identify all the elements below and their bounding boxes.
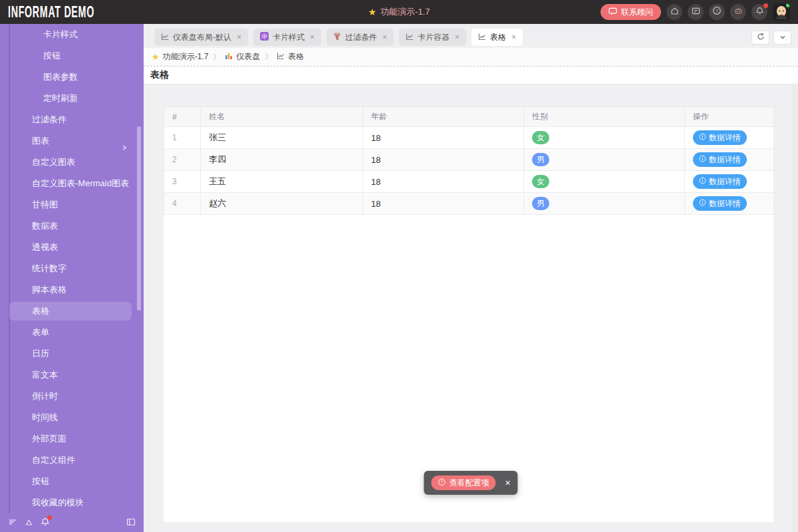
menu-list-icon[interactable] [8,517,17,527]
sidebar-bell-badge [47,515,52,520]
star-icon: ★ [152,52,160,62]
sidebar-item-filter[interactable]: 过滤条件 [0,109,144,130]
line-chart-icon [277,52,285,62]
notifications-button[interactable] [751,4,767,20]
table-row: 4 赵六 18 男 数据详情 [164,193,774,215]
message-icon [692,6,700,18]
app-logo: INFORMAT DEMO [8,3,94,21]
triangle-icon[interactable] [25,518,33,527]
top-header: INFORMAT DEMO ★ 功能演示-1.7 联系顾问 ? [0,0,798,24]
column-header-name: 姓名 [201,107,363,127]
column-header-action: 操作 [685,107,774,127]
contact-advisor-button[interactable]: 联系顾问 [600,4,661,20]
page-title: 表格 [144,66,798,84]
tab-dashboard-layout[interactable]: 仪表盘布局-默认 × [154,29,248,46]
info-icon [699,177,706,186]
sidebar-item-calendar[interactable]: 日历 [0,343,144,364]
svg-text:?: ? [716,8,718,14]
tab-close-icon[interactable]: × [237,33,241,42]
sidebar-item-timed-refresh[interactable]: 定时刷新 [0,88,144,109]
collapse-sidebar-icon[interactable] [126,517,136,527]
line-chart-icon [478,33,486,43]
data-detail-button[interactable]: 数据详情 [693,196,747,211]
sidebar-item-pivot-table[interactable]: 透视表 [0,237,144,258]
breadcrumb-separator: 》 [265,52,272,62]
sidebar-scrollbar-thumb[interactable] [137,126,141,311]
sidebar-item-mermaid-chart[interactable]: 自定义图表-Mermaid图表 [0,173,144,194]
info-icon [699,155,706,164]
breadcrumb-dashboard[interactable]: 仪表盘 [225,51,260,63]
data-table: # 姓名 年龄 性别 操作 1 张三 18 [164,106,774,215]
sidebar-item-countdown[interactable]: 倒计时 [0,386,144,407]
data-detail-button[interactable]: 数据详情 [693,174,747,189]
sidebar-item-form[interactable]: 表单 [0,322,144,343]
table-row: 2 李四 18 男 数据详情 [164,149,774,171]
tab-menu-button[interactable] [773,31,791,45]
feedback-button[interactable] [688,4,704,20]
sidebar-item-stat-number[interactable]: 统计数字 [0,258,144,279]
app-window: INFORMAT DEMO ★ 功能演示-1.7 联系顾问 ? [0,0,798,532]
tab-card-container[interactable]: 卡片容器 × [399,29,466,46]
tab-close-icon[interactable]: × [382,33,387,42]
breadcrumb-separator: 》 [213,52,220,62]
sidebar-item-chart-params[interactable]: 图表参数 [0,66,144,88]
config-toast: ? 查看配置项 × [424,471,517,495]
help-icon: ? [712,6,722,18]
gender-badge: 男 [532,153,549,166]
gear-icon [260,32,269,43]
sidebar: 卡片样式 按钮 图表参数 定时刷新 过滤条件 图表 自定义图表 自定义图表-Me… [0,24,144,532]
column-header-index: # [164,107,201,127]
tab-close-icon[interactable]: × [455,33,460,42]
table-row: 1 张三 18 女 数据详情 [164,127,774,149]
table-card: # 姓名 年龄 性别 操作 1 张三 18 [164,106,773,522]
sidebar-item-card-style[interactable]: 卡片样式 [0,24,144,45]
breadcrumb-app[interactable]: ★ 功能演示-1.7 [152,51,208,63]
tab-filter[interactable]: 过滤条件 × [327,29,394,46]
refresh-button[interactable] [751,31,769,45]
home-button[interactable] [666,4,682,20]
sidebar-item-script-table[interactable]: 脚本表格 [0,279,144,301]
sidebar-item-button[interactable]: 按钮 [0,45,144,66]
sidebar-item-external-page[interactable]: 外部页面 [0,428,144,450]
sidebar-item-table[interactable]: 表格 [0,301,144,322]
sidebar-item-timeline[interactable]: 时间线 [0,407,144,428]
chevron-down-icon [779,31,786,43]
sidebar-item-button-2[interactable]: 按钮 [0,471,144,492]
assistant-button[interactable] [730,4,746,20]
data-detail-button[interactable]: 数据详情 [693,130,747,145]
breadcrumb-table[interactable]: 表格 [277,51,304,63]
tab-card-style[interactable]: 卡片样式 × [253,29,321,46]
tab-close-icon[interactable]: × [511,33,516,42]
data-detail-button[interactable]: 数据详情 [693,152,747,167]
tab-table[interactable]: 表格 × [471,29,523,46]
table-row: 3 王五 18 女 数据详情 [164,171,774,193]
sidebar-item-rich-text[interactable]: 富文本 [0,364,144,386]
sidebar-item-custom-component[interactable]: 自定义组件 [0,450,144,471]
sidebar-item-gantt[interactable]: 甘特图 [0,194,144,215]
sidebar-item-data-table[interactable]: 数据表 [0,215,144,237]
column-header-gender: 性别 [524,107,685,127]
info-icon [699,133,706,142]
help-button[interactable]: ? [709,4,725,20]
tab-close-icon[interactable]: × [310,33,315,42]
gender-badge: 女 [532,131,549,144]
line-chart-icon [406,33,414,43]
funnel-icon [333,33,341,43]
tab-bar: 仪表盘布局-默认 × 卡片样式 × 过滤条件 × 卡片容器 × [144,24,798,48]
view-config-button[interactable]: ? 查看配置项 [431,475,495,490]
sidebar-item-favorites[interactable]: 我收藏的模块 [0,492,144,513]
refresh-icon [757,31,765,43]
svg-text:?: ? [441,479,444,484]
chat-icon [608,7,617,17]
column-header-age: 年龄 [363,107,524,127]
sidebar-item-custom-chart[interactable]: 自定义图表 [0,152,144,173]
bar-chart-icon [225,52,233,62]
sidebar-bell-icon[interactable] [41,517,50,527]
gender-badge: 女 [532,175,549,188]
sidebar-item-charts[interactable]: 图表 [0,130,144,152]
toast-close-icon[interactable]: × [505,478,510,487]
content-area: 仪表盘布局-默认 × 卡片样式 × 过滤条件 × 卡片容器 × [144,24,798,532]
user-avatar[interactable] [773,3,790,21]
sidebar-menu: 卡片样式 按钮 图表参数 定时刷新 过滤条件 图表 自定义图表 自定义图表-Me… [0,24,144,513]
info-icon [699,199,706,208]
